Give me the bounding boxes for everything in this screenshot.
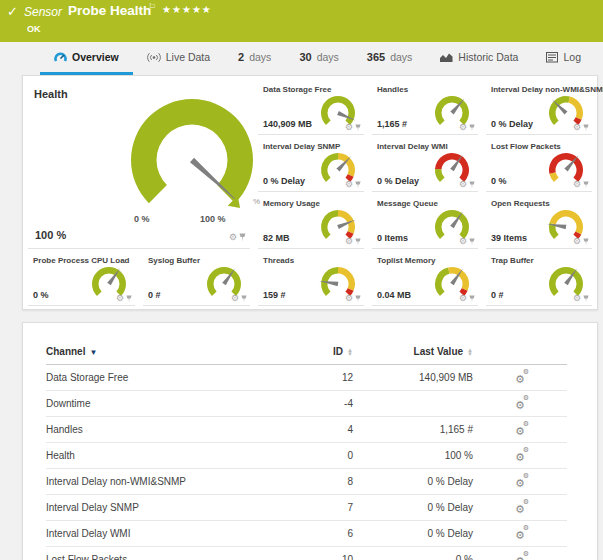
pin-icon[interactable] bbox=[583, 238, 589, 246]
gauge-value: 0.04 MB bbox=[377, 290, 411, 300]
gauge-tile-data-storage-free: Data Storage Free140,909 MB⚙ bbox=[258, 80, 364, 135]
gauge-tile-interval-delay-non-wmi-snmp: Interval Delay non-WMI&SNMP0 % Delay⚙ bbox=[486, 80, 592, 135]
gauge-tile-lost-flow-packets: Lost Flow Packets0 %⚙ bbox=[486, 137, 592, 192]
channel-name[interactable]: Downtime bbox=[46, 391, 293, 417]
gear-icon[interactable]: ⚙ bbox=[459, 180, 467, 189]
tab-historic-data[interactable]: Historic Data bbox=[426, 42, 532, 75]
channel-name[interactable]: Interval Delay WMI bbox=[46, 521, 293, 547]
channel-settings-gears-icon[interactable]: ⚙⚙ bbox=[515, 448, 529, 461]
gear-icon[interactable]: ⚙ bbox=[573, 180, 581, 189]
tab-365-days[interactable]: 365days bbox=[353, 42, 427, 75]
tab-bar: OverviewLive Data2days30days365daysHisto… bbox=[0, 42, 603, 75]
channel-name[interactable]: Handles bbox=[46, 417, 293, 443]
gear-icon[interactable]: ⚙ bbox=[116, 294, 124, 303]
channel-name[interactable]: Interval Delay SNMP bbox=[46, 495, 293, 521]
gear-icon[interactable]: ⚙ bbox=[231, 294, 239, 303]
channel-id: 6 bbox=[293, 521, 353, 547]
pin-icon[interactable] bbox=[355, 238, 361, 246]
pin-icon[interactable] bbox=[469, 181, 475, 189]
tab-number: 2 bbox=[238, 51, 244, 63]
log-icon bbox=[546, 52, 558, 63]
gauge-scale-min: 0 % bbox=[134, 214, 150, 224]
gear-icon[interactable]: ⚙ bbox=[459, 123, 467, 132]
priority-stars[interactable]: ★★★★★ bbox=[162, 4, 212, 15]
column-header-channel[interactable]: Channel▼ bbox=[46, 339, 293, 365]
tab-log[interactable]: Log bbox=[532, 42, 595, 75]
gear-icon[interactable]: ⚙ bbox=[573, 294, 581, 303]
pin-icon[interactable] bbox=[355, 181, 361, 189]
gear-icon[interactable]: ⚙ bbox=[345, 237, 353, 246]
pin-icon[interactable] bbox=[355, 295, 361, 303]
pin-icon[interactable] bbox=[583, 124, 589, 132]
pin-icon[interactable] bbox=[469, 295, 475, 303]
channel-id: 12 bbox=[293, 365, 353, 391]
channel-last-value: 0 % Delay bbox=[353, 521, 477, 547]
gauge-tile-trap-buffer: Trap Buffer0 #⚙ bbox=[486, 251, 592, 306]
gauge-title: Handles bbox=[377, 85, 408, 94]
sensor-title: Probe Health bbox=[68, 3, 151, 18]
gauge-value: 159 # bbox=[263, 290, 286, 300]
tab-overview[interactable]: Overview bbox=[40, 42, 133, 75]
table-row: Interval Delay SNMP70 % Delay⚙⚙ bbox=[46, 495, 567, 521]
pin-icon[interactable] bbox=[583, 181, 589, 189]
pin-icon[interactable] bbox=[239, 233, 246, 242]
channel-table-panel: Channel▼ID▲▼Last Value▲▼ Data Storage Fr… bbox=[22, 322, 598, 560]
pin-icon[interactable] bbox=[355, 124, 361, 132]
gauge-tile-toplist-memory: Toplist Memory0.04 MB⚙ bbox=[372, 251, 478, 306]
channel-table-body: Data Storage Free12140,909 MB⚙⚙Downtime-… bbox=[46, 365, 567, 560]
channel-name[interactable]: Health bbox=[46, 443, 293, 469]
gear-icon[interactable]: ⚙ bbox=[345, 180, 353, 189]
gear-icon[interactable]: ⚙ bbox=[345, 123, 353, 132]
gauge-value: 0 % bbox=[33, 290, 49, 300]
gauge-title: Interval Delay non-WMI&SNMP bbox=[491, 85, 603, 94]
channel-name[interactable]: Lost Flow Packets bbox=[46, 547, 293, 560]
gear-icon[interactable]: ⚙ bbox=[573, 237, 581, 246]
status-badge: OK bbox=[27, 24, 41, 34]
channel-settings-gears-icon[interactable]: ⚙⚙ bbox=[515, 526, 529, 539]
channel-last-value: 0 % Delay bbox=[353, 495, 477, 521]
channel-id: 7 bbox=[293, 495, 353, 521]
pin-icon[interactable] bbox=[469, 124, 475, 132]
channel-id: 4 bbox=[293, 417, 353, 443]
gauge-title: Message Queue bbox=[377, 199, 438, 208]
tab-number: 365 bbox=[367, 51, 385, 63]
broadcast-icon bbox=[147, 52, 161, 63]
gauge-tile-handles: Handles1,165 #⚙ bbox=[372, 80, 478, 135]
pin-icon[interactable] bbox=[241, 295, 247, 303]
sort-desc-icon: ▼ bbox=[89, 348, 97, 357]
channel-settings-gears-icon[interactable]: ⚙⚙ bbox=[515, 500, 529, 513]
channel-settings-gears-icon[interactable]: ⚙⚙ bbox=[515, 422, 529, 435]
channel-last-value: 0 % bbox=[353, 547, 477, 560]
gear-icon[interactable]: ⚙ bbox=[459, 294, 467, 303]
tab-live-data[interactable]: Live Data bbox=[133, 42, 224, 75]
column-header-id[interactable]: ID▲▼ bbox=[293, 339, 353, 365]
pin-icon[interactable] bbox=[583, 295, 589, 303]
gauge-value: 140,909 MB bbox=[263, 119, 312, 129]
gauge-scale-max: 100 % bbox=[200, 214, 226, 224]
gauge-value: 0 % Delay bbox=[491, 119, 533, 129]
gear-icon[interactable]: ⚙ bbox=[573, 123, 581, 132]
channel-settings-gears-icon[interactable]: ⚙⚙ bbox=[515, 370, 529, 383]
priority-flag-icon[interactable]: ⚐ bbox=[148, 2, 156, 12]
gauge-tile-interval-delay-wmi: Interval Delay WMI0 % Delay⚙ bbox=[372, 137, 478, 192]
channel-name[interactable]: Interval Delay non-WMI&SNMP bbox=[46, 469, 293, 495]
gauge-value: 1,165 # bbox=[377, 119, 407, 129]
gear-icon[interactable]: ⚙ bbox=[229, 233, 237, 242]
channel-settings-gears-icon[interactable]: ⚙⚙ bbox=[515, 474, 529, 487]
tab-30-days[interactable]: 30days bbox=[285, 42, 352, 75]
gauge-title: Lost Flow Packets bbox=[491, 142, 561, 151]
status-ok-check-icon: ✓ bbox=[7, 4, 18, 19]
column-header-last-value[interactable]: Last Value▲▼ bbox=[353, 339, 477, 365]
gear-icon[interactable]: ⚙ bbox=[459, 237, 467, 246]
tab-2-days[interactable]: 2days bbox=[224, 42, 285, 75]
gear-icon[interactable]: ⚙ bbox=[345, 294, 353, 303]
gauge-title: Toplist Memory bbox=[377, 256, 436, 265]
table-row: Downtime-4⚙⚙ bbox=[46, 391, 567, 417]
channel-settings-gears-icon[interactable]: ⚙⚙ bbox=[515, 396, 529, 409]
sort-icon: ▲▼ bbox=[347, 348, 353, 356]
channel-last-value: 1,165 # bbox=[353, 417, 477, 443]
pin-icon[interactable] bbox=[126, 295, 132, 303]
pin-icon[interactable] bbox=[469, 238, 475, 246]
channel-name[interactable]: Data Storage Free bbox=[46, 365, 293, 391]
channel-settings-gears-icon[interactable]: ⚙⚙ bbox=[515, 552, 529, 560]
